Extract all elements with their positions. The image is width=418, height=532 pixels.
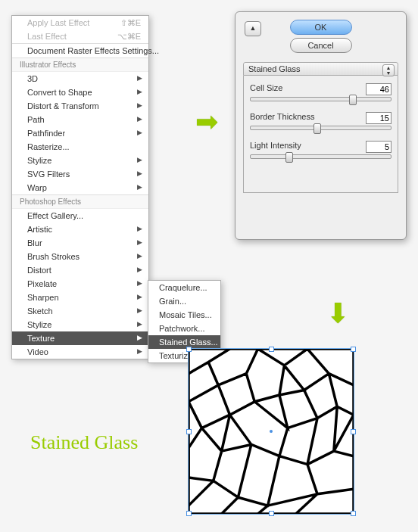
menu-apply-last: Apply Last Effect ⇧⌘E <box>12 16 148 30</box>
label: Document Raster Effects Settings... <box>27 46 159 55</box>
border-thickness-slider[interactable] <box>250 126 391 130</box>
submenu-patchwork[interactable]: Patchwork... <box>148 322 220 335</box>
flow-arrow-down-icon: ➡ <box>323 301 354 324</box>
menu-warp[interactable]: Warp▶ <box>12 181 148 194</box>
menu-texture[interactable]: Texture▶ <box>12 331 148 345</box>
label: Pathfinder <box>27 129 65 138</box>
submenu-arrow-icon: ▶ <box>137 101 142 109</box>
submenu-mosaic[interactable]: Mosaic Tiles... <box>148 308 220 322</box>
param-cell-size: Cell Size <box>250 83 391 107</box>
result-preview[interactable] <box>188 348 354 515</box>
label: SVG Filters <box>27 170 70 179</box>
menu-convert-shape[interactable]: Convert to Shape▶ <box>12 86 148 99</box>
submenu-arrow-icon: ▶ <box>137 347 142 355</box>
expand-button[interactable]: ▲ <box>245 21 261 36</box>
stained-glass-pattern <box>189 349 354 514</box>
effect-selector[interactable]: Stained Glass <box>243 62 398 76</box>
flow-arrow-right-icon: ➡ <box>195 106 218 138</box>
submenu-arrow-icon: ▶ <box>137 279 142 287</box>
submenu-arrow-icon: ▶ <box>137 252 142 260</box>
label: Distort & Transform <box>27 101 99 110</box>
menu-pathfinder[interactable]: Pathfinder▶ <box>12 126 148 140</box>
menu-sketch[interactable]: Sketch▶ <box>12 304 148 318</box>
label: Texture <box>27 334 55 343</box>
params-panel: Cell Size Border Thickness Light Intensi… <box>243 76 398 193</box>
submenu-arrow-icon: ▶ <box>137 183 142 191</box>
label: Video <box>27 347 48 356</box>
submenu-arrow-icon: ▶ <box>137 156 142 163</box>
submenu-arrow-icon: ▶ <box>137 225 142 232</box>
menu-3d[interactable]: 3D▶ <box>12 72 148 86</box>
menu-video[interactable]: Video▶ <box>12 345 148 359</box>
cell-size-slider[interactable] <box>250 97 391 101</box>
submenu-arrow-icon: ▶ <box>137 266 142 273</box>
selection-handle[interactable] <box>269 511 274 516</box>
selection-handle[interactable] <box>186 347 192 352</box>
header-photoshop: Photoshop Effects <box>12 194 148 209</box>
menu-raster-settings[interactable]: Document Raster Effects Settings... <box>12 44 148 58</box>
cancel-button[interactable]: Cancel <box>290 38 352 53</box>
label: Stylize <box>27 320 51 329</box>
result-caption: Stained Glass <box>30 431 138 454</box>
label: Convert to Shape <box>27 88 92 97</box>
menu-brush-strokes[interactable]: Brush Strokes▶ <box>12 250 148 263</box>
submenu-arrow-icon: ▶ <box>137 293 142 300</box>
submenu-arrow-icon: ▶ <box>137 88 142 95</box>
menu-pixelate[interactable]: Pixelate▶ <box>12 277 148 291</box>
param-label: Border Thickness <box>250 112 314 121</box>
label: Path <box>27 115 45 124</box>
submenu-grain[interactable]: Grain... <box>148 294 220 308</box>
border-thickness-input[interactable] <box>366 112 391 124</box>
selection-handle[interactable] <box>351 429 356 434</box>
label: Effect Gallery... <box>27 211 83 220</box>
menu-last-effect: Last Effect ⌥⌘E <box>12 30 148 43</box>
submenu-arrow-icon: ▶ <box>137 320 142 328</box>
submenu-craquelure[interactable]: Craquelure... <box>148 281 220 294</box>
label: Sharpen <box>27 293 59 302</box>
slider-thumb[interactable] <box>349 95 357 105</box>
light-intensity-slider[interactable] <box>250 154 391 159</box>
selection-handle[interactable] <box>186 429 192 434</box>
menu-stylize-ai[interactable]: Stylize▶ <box>12 154 148 167</box>
label: Brush Strokes <box>27 252 80 261</box>
label: Stylize <box>27 156 51 165</box>
menu-distort[interactable]: Distort▶ <box>12 263 148 277</box>
menu-artistic[interactable]: Artistic▶ <box>12 222 148 236</box>
label: Warp <box>27 183 47 192</box>
menu-svg-filters[interactable]: SVG Filters▶ <box>12 167 148 181</box>
selection-handle[interactable] <box>269 347 274 352</box>
menu-rasterize[interactable]: Rasterize... <box>12 140 148 154</box>
slider-thumb[interactable] <box>285 152 293 163</box>
slider-thumb[interactable] <box>314 123 321 134</box>
label: Artistic <box>27 225 52 234</box>
header-illustrator: Illustrator Effects <box>12 58 148 72</box>
menu-distort-transform[interactable]: Distort & Transform▶ <box>12 99 148 113</box>
submenu-arrow-icon: ▶ <box>137 170 142 177</box>
label: Pixelate <box>27 279 57 288</box>
label: Sketch <box>27 306 53 316</box>
light-intensity-input[interactable] <box>366 141 391 153</box>
param-border-thickness: Border Thickness <box>250 112 391 136</box>
stepper-icon[interactable] <box>382 64 395 76</box>
param-label: Light Intensity <box>250 141 301 150</box>
menu-path[interactable]: Path▶ <box>12 113 148 126</box>
menu-blur[interactable]: Blur▶ <box>12 236 148 250</box>
submenu-arrow-icon: ▶ <box>137 74 142 82</box>
menu-effect-gallery[interactable]: Effect Gallery... <box>12 209 148 222</box>
submenu-arrow-icon: ▶ <box>137 115 142 123</box>
shortcut: ⌥⌘E <box>117 32 141 42</box>
effect-name: Stained Glass <box>248 64 300 73</box>
shortcut: ⇧⌘E <box>120 18 141 28</box>
cell-size-input[interactable] <box>366 83 391 95</box>
selection-handle[interactable] <box>186 511 192 516</box>
param-light-intensity: Light Intensity <box>250 141 391 165</box>
stained-glass-dialog: ▲ OK Cancel Stained Glass Cell Size Bord… <box>235 11 407 240</box>
selection-handle[interactable] <box>351 511 356 516</box>
ok-button[interactable]: OK <box>290 20 352 35</box>
submenu-arrow-icon: ▶ <box>137 238 142 246</box>
effects-menu: Apply Last Effect ⇧⌘E Last Effect ⌥⌘E Do… <box>11 15 149 359</box>
selection-handle[interactable] <box>351 347 356 352</box>
menu-stylize-ps[interactable]: Stylize▶ <box>12 318 148 331</box>
submenu-stained-glass[interactable]: Stained Glass... <box>148 335 220 349</box>
menu-sharpen[interactable]: Sharpen▶ <box>12 291 148 304</box>
